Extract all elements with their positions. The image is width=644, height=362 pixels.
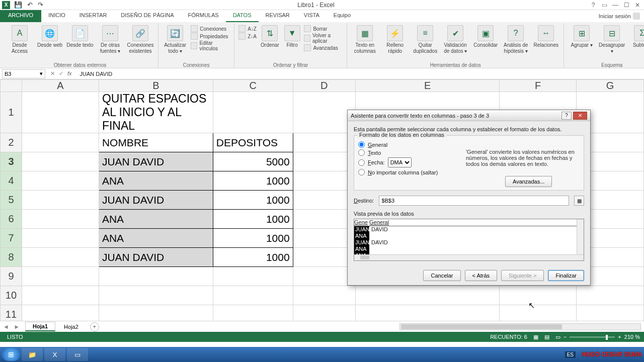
language-indicator[interactable]: ES (565, 351, 576, 358)
help-icon[interactable]: ? (589, 2, 598, 9)
cell-C8[interactable]: 1000 (213, 248, 293, 267)
tab-vista[interactable]: VISTA (297, 10, 327, 22)
cell-D6[interactable] (293, 210, 355, 229)
cell-B10[interactable] (99, 286, 213, 305)
sheet-tab-hoja2[interactable]: Hoja2 (56, 322, 86, 331)
row-header-8[interactable]: 8 (1, 248, 22, 267)
col-header-E[interactable]: E (356, 80, 500, 92)
sort-button[interactable]: ⇅Ordenar (260, 24, 280, 48)
row-header-3[interactable]: 3 (1, 152, 22, 171)
radio-general[interactable] (358, 141, 365, 148)
cell-D1[interactable] (293, 92, 355, 133)
cell-B11[interactable] (99, 305, 213, 321)
row-header-10[interactable]: 10 (1, 286, 22, 305)
cell-A6[interactable] (22, 210, 99, 229)
destination-input[interactable] (379, 196, 569, 206)
from-other-sources-button[interactable]: ⋯De otras fuentes ▾ (97, 24, 124, 54)
cell-D8[interactable] (293, 248, 355, 267)
cell-A2[interactable] (22, 133, 99, 152)
dialog-title-bar[interactable]: Asistente para convertir texto en column… (348, 110, 590, 121)
advanced-filter-button[interactable]: Avanzadas (304, 44, 343, 51)
radio-texto[interactable] (358, 149, 365, 156)
cell-B9[interactable] (99, 267, 213, 286)
properties-button[interactable]: Propiedades (191, 33, 230, 40)
what-if-button[interactable]: ?Análisis de hipótesis ▾ (502, 24, 529, 54)
zoom-in-button[interactable]: + (618, 334, 621, 340)
existing-connections-button[interactable]: 🔗Conexiones existentes (127, 24, 154, 54)
col-header-B[interactable]: B (99, 80, 213, 92)
row-header-7[interactable]: 7 (1, 229, 22, 248)
view-normal-icon[interactable]: ▦ (533, 334, 538, 340)
cell-C2[interactable]: DEPOSITOS (213, 133, 293, 152)
cell-C3[interactable]: 5000 (213, 152, 293, 171)
view-break-icon[interactable]: ▭ (555, 334, 560, 340)
cell-D3[interactable] (293, 152, 355, 171)
cell-D7[interactable] (293, 229, 355, 248)
cell-B8[interactable]: JUAN DAVID (99, 248, 213, 267)
cell-D10[interactable] (293, 286, 355, 305)
enter-formula-icon[interactable]: ✓ (59, 70, 63, 77)
data-preview[interactable]: GeneGeneral JUANDAVIDANAJUANDAVIDANAANA (354, 219, 584, 261)
from-text-button[interactable]: 📄Desde texto (66, 24, 94, 48)
col-header-G[interactable]: G (576, 80, 643, 92)
preview-vscroll[interactable] (577, 219, 584, 254)
sort-desc-button[interactable]: Z↓A (238, 33, 257, 40)
cancel-formula-icon[interactable]: ✕ (50, 70, 55, 77)
tab-diseno-pagina[interactable]: DISEÑO DE PÁGINA (114, 10, 181, 22)
taskbar-app[interactable]: ▭ (67, 348, 88, 361)
cell-B1[interactable]: QUITAR ESPACIOS AL INICIO Y AL FINAL (99, 92, 213, 133)
zoom-slider[interactable] (570, 336, 615, 338)
cell-A10[interactable] (22, 286, 99, 305)
subtotal-button[interactable]: ΣSubtotal (628, 24, 644, 48)
cell-B2[interactable]: NOMBRE (99, 133, 213, 152)
row-header-4[interactable]: 4 (1, 171, 22, 191)
start-button[interactable]: ⊞ (2, 348, 20, 361)
cell-A5[interactable] (22, 191, 99, 210)
cell-A8[interactable] (22, 248, 99, 267)
cell-F11[interactable] (500, 305, 577, 321)
cell-A7[interactable] (22, 229, 99, 248)
finish-button[interactable]: Finalizar (548, 270, 584, 281)
cell-G11[interactable] (576, 305, 643, 321)
cell-A3[interactable] (22, 152, 99, 171)
tab-formulas[interactable]: FÓRMULAS (181, 10, 226, 22)
sheet-tab-hoja1[interactable]: Hoja1 (25, 322, 55, 331)
cell-C10[interactable] (213, 286, 293, 305)
radio-no-import[interactable] (358, 169, 365, 175)
from-web-button[interactable]: 🌐Desde web (36, 24, 63, 48)
cell-G10[interactable] (576, 286, 643, 305)
view-page-icon[interactable]: ▤ (544, 334, 549, 340)
cell-E11[interactable] (356, 305, 500, 321)
col-header-F[interactable]: F (500, 80, 577, 92)
save-icon[interactable]: 💾 (14, 1, 22, 9)
cell-A9[interactable] (22, 267, 99, 286)
tab-revisar[interactable]: REVISAR (259, 10, 297, 22)
cell-A1[interactable] (22, 92, 99, 133)
back-button[interactable]: < Atrás (465, 270, 498, 281)
remove-duplicates-button[interactable]: ≡Quitar duplicados (412, 24, 439, 54)
tab-equipo[interactable]: Equipo (327, 10, 358, 22)
formula-input[interactable]: JUAN DAVID (80, 71, 113, 77)
redo-icon[interactable]: ↷ (38, 1, 43, 9)
from-access-button[interactable]: ADesde Access (6, 24, 33, 54)
sort-asc-button[interactable]: A↓Z (238, 25, 257, 32)
filter-button[interactable]: ▼Filtro (283, 24, 301, 48)
zoom-out-button[interactable]: − (564, 334, 567, 340)
radio-texto-label[interactable]: Texto (368, 150, 381, 156)
tab-inicio[interactable]: INICIO (41, 10, 72, 22)
undo-icon[interactable]: ↶ (27, 1, 33, 9)
sign-in-button[interactable]: Iniciar sesión (595, 10, 644, 22)
radio-fecha-label[interactable]: Fecha: (368, 159, 385, 165)
tab-datos[interactable]: DATOS (226, 10, 259, 22)
cell-D11[interactable] (293, 305, 355, 321)
range-selector-button[interactable]: ▦ (574, 196, 584, 206)
cell-A11[interactable] (22, 305, 99, 321)
connections-button[interactable]: Conexiones (191, 25, 230, 32)
maximize-icon[interactable]: ☐ (622, 2, 631, 9)
refresh-all-button[interactable]: 🔄Actualizar todo ▾ (163, 24, 188, 54)
cell-D4[interactable] (293, 171, 355, 191)
row-header-11[interactable]: 11 (1, 305, 22, 321)
cell-C1[interactable] (213, 92, 293, 133)
row-header-1[interactable]: 1 (1, 92, 22, 133)
cell-B5[interactable]: JUAN DAVID (99, 191, 213, 210)
